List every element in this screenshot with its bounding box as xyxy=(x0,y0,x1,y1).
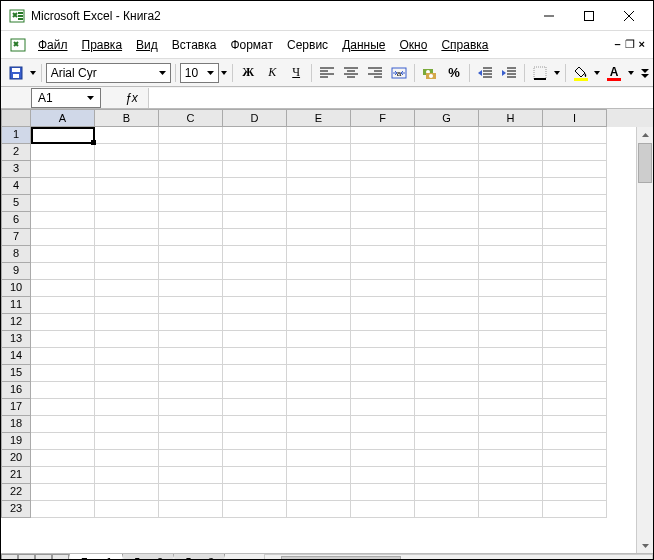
cell[interactable] xyxy=(479,433,543,450)
row-header[interactable]: 11 xyxy=(1,297,31,314)
cell[interactable] xyxy=(31,144,95,161)
cell[interactable] xyxy=(31,229,95,246)
cell[interactable] xyxy=(543,348,607,365)
cell[interactable] xyxy=(351,433,415,450)
cell[interactable] xyxy=(543,127,607,144)
cell[interactable] xyxy=(415,467,479,484)
cell[interactable] xyxy=(287,484,351,501)
cell[interactable] xyxy=(159,416,223,433)
cell[interactable] xyxy=(159,365,223,382)
row-header[interactable]: 10 xyxy=(1,280,31,297)
cell[interactable] xyxy=(159,280,223,297)
sheet-tab-3[interactable]: Лист3 xyxy=(173,554,225,560)
cell[interactable] xyxy=(159,467,223,484)
cell[interactable] xyxy=(31,365,95,382)
cell[interactable] xyxy=(159,263,223,280)
cell[interactable] xyxy=(31,399,95,416)
cell[interactable] xyxy=(159,399,223,416)
cell[interactable] xyxy=(543,144,607,161)
cell[interactable] xyxy=(479,382,543,399)
cell[interactable] xyxy=(95,178,159,195)
decrease-indent-button[interactable] xyxy=(474,62,496,84)
borders-dropdown[interactable] xyxy=(553,71,561,75)
row-header[interactable]: 6 xyxy=(1,212,31,229)
cell[interactable] xyxy=(159,144,223,161)
cell[interactable] xyxy=(415,501,479,518)
prev-sheet-button[interactable]: ◀ xyxy=(18,554,35,560)
cell[interactable] xyxy=(95,314,159,331)
cell[interactable] xyxy=(543,433,607,450)
column-header[interactable]: E xyxy=(287,109,351,127)
cell[interactable] xyxy=(351,501,415,518)
cell[interactable] xyxy=(223,484,287,501)
cell[interactable] xyxy=(31,467,95,484)
cell[interactable] xyxy=(31,416,95,433)
cell[interactable] xyxy=(223,263,287,280)
cell[interactable] xyxy=(543,178,607,195)
scroll-up-arrow[interactable] xyxy=(637,127,653,142)
row-header[interactable]: 20 xyxy=(1,450,31,467)
cell[interactable] xyxy=(31,212,95,229)
fx-label[interactable]: ƒx xyxy=(125,91,138,105)
cell[interactable] xyxy=(31,382,95,399)
row-header[interactable]: 21 xyxy=(1,467,31,484)
cell[interactable] xyxy=(31,263,95,280)
cell[interactable] xyxy=(95,144,159,161)
cell[interactable] xyxy=(287,127,351,144)
cell[interactable] xyxy=(415,246,479,263)
cell[interactable] xyxy=(95,331,159,348)
cell[interactable] xyxy=(415,212,479,229)
cell[interactable] xyxy=(95,246,159,263)
cell[interactable] xyxy=(159,433,223,450)
cell[interactable] xyxy=(287,467,351,484)
cell[interactable] xyxy=(543,280,607,297)
cell[interactable] xyxy=(415,399,479,416)
column-header[interactable]: I xyxy=(543,109,607,127)
menu-window[interactable]: Окно xyxy=(392,35,434,55)
cell[interactable] xyxy=(223,501,287,518)
cell[interactable] xyxy=(287,246,351,263)
row-header[interactable]: 8 xyxy=(1,246,31,263)
increase-indent-button[interactable] xyxy=(498,62,520,84)
cell[interactable] xyxy=(223,433,287,450)
cell[interactable] xyxy=(31,297,95,314)
cell[interactable] xyxy=(479,178,543,195)
cell[interactable] xyxy=(287,348,351,365)
cell[interactable] xyxy=(351,399,415,416)
cell[interactable] xyxy=(543,467,607,484)
cell[interactable] xyxy=(95,212,159,229)
cell[interactable] xyxy=(95,382,159,399)
cell[interactable] xyxy=(479,348,543,365)
cell[interactable] xyxy=(479,314,543,331)
close-button[interactable] xyxy=(609,2,649,30)
cell[interactable] xyxy=(543,501,607,518)
cell[interactable] xyxy=(159,161,223,178)
cell[interactable] xyxy=(31,484,95,501)
cell[interactable] xyxy=(479,195,543,212)
doc-minimize-button[interactable]: – xyxy=(614,38,620,51)
cell[interactable] xyxy=(351,348,415,365)
underline-button[interactable]: Ч xyxy=(285,62,307,84)
cell[interactable] xyxy=(351,382,415,399)
cell[interactable] xyxy=(287,450,351,467)
cell[interactable] xyxy=(479,450,543,467)
cell[interactable] xyxy=(479,297,543,314)
cell[interactable] xyxy=(223,144,287,161)
row-header[interactable]: 12 xyxy=(1,314,31,331)
menu-help[interactable]: Справка xyxy=(434,35,495,55)
cell[interactable] xyxy=(543,212,607,229)
cell[interactable] xyxy=(95,501,159,518)
column-header[interactable]: B xyxy=(95,109,159,127)
cell[interactable] xyxy=(223,365,287,382)
cell[interactable] xyxy=(223,467,287,484)
cell[interactable] xyxy=(95,433,159,450)
cell[interactable] xyxy=(543,314,607,331)
column-header[interactable]: F xyxy=(351,109,415,127)
cell[interactable] xyxy=(95,297,159,314)
cell[interactable] xyxy=(223,212,287,229)
cell[interactable] xyxy=(415,263,479,280)
cell[interactable] xyxy=(287,382,351,399)
currency-button[interactable] xyxy=(419,62,441,84)
cell[interactable] xyxy=(95,127,159,144)
cell[interactable] xyxy=(543,484,607,501)
